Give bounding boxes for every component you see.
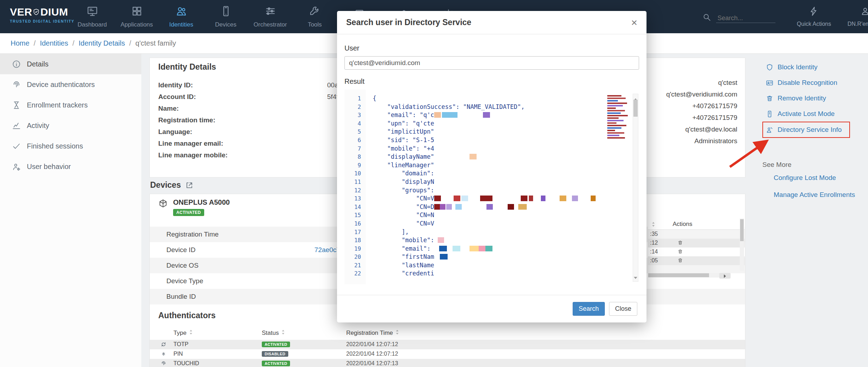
partial-table: Actions :35:12:14:05 <box>648 219 745 265</box>
breadcrumb-separator: / <box>34 39 36 47</box>
device-header: ONEPLUS A5000 ACTIVATED <box>158 198 230 216</box>
brand-name: VER DIUM <box>10 6 75 18</box>
editor-line: "lastName <box>373 261 633 270</box>
json-result-editor[interactable]: 12345678910111213141516171819202122 { "v… <box>344 89 639 284</box>
line-number: 18 <box>344 236 361 245</box>
redaction-block <box>454 196 460 201</box>
search-button[interactable]: Search <box>573 302 605 316</box>
scrollbar-thumb[interactable] <box>740 219 744 241</box>
sidebar-item-label: Finished sessions <box>27 142 83 150</box>
external-link-icon[interactable] <box>185 181 194 190</box>
horizontal-scrollbar[interactable] <box>648 273 731 278</box>
authenticator-status: DISABLED <box>262 350 288 357</box>
breadcrumb-item-identities[interactable]: Identities <box>40 39 68 47</box>
brand-tagline: TRUSTED DIGITAL IDENTITY <box>10 19 75 23</box>
right-panel-link-manage-active-enrollments[interactable]: Manage Active Enrollments <box>774 190 855 206</box>
row-trash-icon[interactable] <box>678 258 683 263</box>
editor-line: "email": <box>373 245 633 253</box>
brand-logo[interactable]: VER DIUM TRUSTED DIGITAL IDENTITY <box>10 6 75 23</box>
auth-column-header-registration-time[interactable]: Registration Time <box>346 330 399 337</box>
devices-icon <box>220 5 232 19</box>
nav-item-orchestrator[interactable]: Orchestrator <box>248 0 293 33</box>
redaction-block <box>440 254 448 260</box>
search-input[interactable] <box>716 14 775 23</box>
right-panel-action-remove-identity[interactable]: Remove Identity <box>762 91 868 106</box>
partial-table-row: :12 <box>648 239 745 247</box>
redaction-block <box>560 196 566 201</box>
search-icon[interactable] <box>702 13 711 23</box>
device-name: ONEPLUS A5000 <box>173 198 230 206</box>
editor-line: "credenti <box>373 269 633 278</box>
nav-item-dashboard[interactable]: Dashboard <box>70 0 114 33</box>
nav-item-applications[interactable]: Applications <box>114 0 159 33</box>
scrollbar-thumb[interactable] <box>648 273 709 277</box>
sidebar-item-user-behavior[interactable]: User behavior <box>0 156 141 177</box>
devices-heading: Devices <box>150 180 194 190</box>
auth-column-header-type[interactable]: Type <box>173 330 193 337</box>
editor-line: "mobile": <box>373 236 633 245</box>
recognition-icon <box>766 79 773 87</box>
nav-user-menu[interactable]: DN.R'emuß G <box>842 0 868 33</box>
sidebar-item-device-authenticators[interactable]: Device authenticators <box>0 74 141 95</box>
tools-icon <box>309 5 321 19</box>
editor-line: "CN=N <box>373 211 633 220</box>
nav-item-devices[interactable]: Devices <box>203 0 248 33</box>
editor-scrollbar[interactable] <box>633 94 638 282</box>
device-detail-label: Bundle ID <box>166 293 314 301</box>
breadcrumb-item-home[interactable]: Home <box>11 39 29 47</box>
editor-line: "domain": <box>373 169 633 178</box>
activity-icon <box>12 121 21 130</box>
right-panel-link-configure-lost-mode[interactable]: Configure Lost Mode <box>774 173 855 190</box>
line-number: 12 <box>344 186 361 195</box>
close-button[interactable]: Close <box>609 302 637 316</box>
partial-table-row: :35 <box>648 230 745 239</box>
applications-icon <box>131 5 143 19</box>
redaction-block <box>572 196 578 201</box>
nav-item-identities[interactable]: Identities <box>159 0 203 33</box>
auth-column-label: Registration Time <box>346 330 393 337</box>
modal-close-icon[interactable]: × <box>631 17 637 28</box>
right-panel-action-activate-lost-mode[interactable]: Activate Lost Mode <box>762 106 868 122</box>
redaction-block <box>486 204 493 210</box>
identity-field-label: Account ID: <box>158 93 327 101</box>
right-panel-action-disable-recognition[interactable]: Disable Recognition <box>762 75 868 91</box>
sidebar-item-label: Enrollment trackers <box>27 101 88 109</box>
row-trash-icon[interactable] <box>678 240 683 245</box>
authenticator-type: TOUCHID <box>173 360 199 367</box>
right-panel-action-directory-service-info[interactable]: Directory Service Info <box>762 122 850 138</box>
scroll-down-icon[interactable] <box>634 274 637 280</box>
identity-field-label: Language: <box>158 128 327 136</box>
redaction-block <box>470 154 477 159</box>
line-number: 20 <box>344 253 361 261</box>
user-search-input[interactable] <box>344 56 639 70</box>
sidebar-item-details[interactable]: Details <box>0 54 141 74</box>
editor-line: "CN=V <box>373 194 633 203</box>
nav-item-tools[interactable]: Tools <box>293 0 337 33</box>
quick-actions-button[interactable]: Quick Actions <box>791 0 837 33</box>
sidebar-item-enrollment-trackers[interactable]: Enrollment trackers <box>0 95 141 115</box>
sort-icon <box>189 330 193 337</box>
scrollbar-thumb[interactable] <box>633 100 638 117</box>
breadcrumb-item-identity-details[interactable]: Identity Details <box>79 39 125 47</box>
row-trash-icon[interactable] <box>678 249 683 254</box>
editor-line: { <box>373 94 633 103</box>
authenticator-time: 2022/01/04 12:07:12 <box>346 351 398 357</box>
caret-right-icon <box>724 272 726 280</box>
sidebar-item-finished-sessions[interactable]: Finished sessions <box>0 136 141 156</box>
action-label: Activate Lost Mode <box>778 110 835 118</box>
device-id-link[interactable]: 72ae0c7 <box>314 246 340 254</box>
right-panel-action-block-identity[interactable]: Block Identity <box>762 59 868 75</box>
identity-field-row: Identity ID:00a <box>158 79 338 91</box>
editor-line: "displayN <box>373 178 633 186</box>
sidebar-item-activity[interactable]: Activity <box>0 115 141 136</box>
auth-column-header-status[interactable]: Status <box>262 330 285 337</box>
vertical-scrollbar[interactable] <box>740 219 744 271</box>
scroll-right-button[interactable] <box>719 273 731 279</box>
veridium-app: VER DIUM TRUSTED DIGITAL IDENTITY Dashbo… <box>0 0 868 367</box>
partial-table-header: Actions <box>648 219 745 230</box>
authenticator-row-pin: PINDISABLED2022/01/04 12:07:12 <box>150 349 745 359</box>
device-cube-icon <box>158 199 168 216</box>
sort-icon[interactable] <box>651 222 655 227</box>
line-number: 4 <box>344 120 361 128</box>
line-number: 13 <box>344 194 361 203</box>
